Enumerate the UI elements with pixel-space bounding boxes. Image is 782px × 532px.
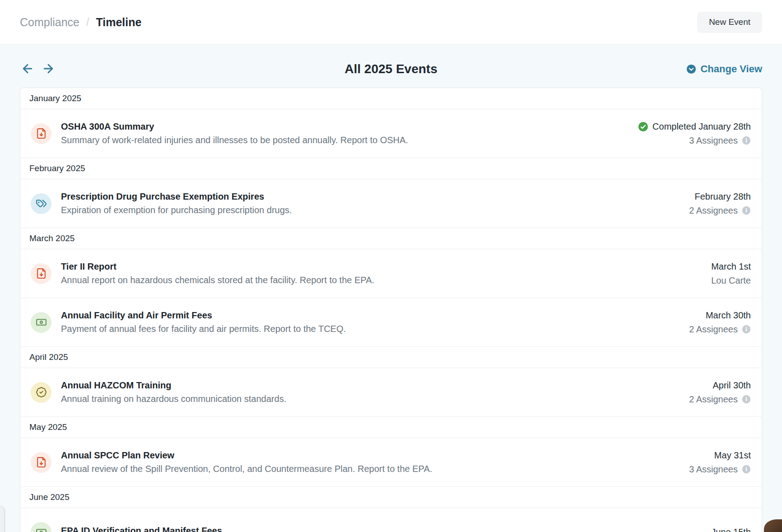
top-bar: Compliance / Timeline New Event [0,0,782,45]
event-date-label: May 31st [714,450,751,461]
change-view-button[interactable]: Change View [686,63,762,75]
month-header-row: February 2025 [20,158,762,179]
timeline-event-row[interactable]: Annual HAZCOM Training Annual training o… [20,368,762,417]
info-icon[interactable] [742,206,751,215]
breadcrumb-parent-link[interactable]: Compliance [20,16,79,29]
event-title: Prescription Drug Purchase Exemption Exp… [61,191,292,202]
event-text: Prescription Drug Purchase Exemption Exp… [61,191,292,215]
event-description: Annual training on hazardous communicati… [61,394,286,404]
event-description: Annual review of the Spill Prevention, C… [61,464,432,474]
prev-year-button[interactable] [20,61,35,77]
content-area: All 2025 Events Change View January 2025… [0,45,782,532]
info-icon[interactable] [742,395,751,404]
event-assignees[interactable]: 3 Assignees [689,135,751,146]
page-title: All 2025 Events [20,62,762,76]
timeline-event-row[interactable]: EPA ID Verification and Manifest Fees Ju… [20,508,762,532]
event-assignees[interactable]: 2 Assignees [689,205,751,216]
event-meta: Completed January 28th 3 Assignees [638,121,751,146]
event-title: Annual SPCC Plan Review [61,450,432,461]
timeline-event-row[interactable]: Annual SPCC Plan Review Annual review of… [20,438,762,487]
breadcrumb: Compliance / Timeline [20,16,141,29]
month-label: June 2025 [29,492,70,502]
assignees-label: 2 Assignees [689,394,738,405]
month-label: February 2025 [29,163,85,173]
chevron-down-circle-icon [686,64,696,74]
event-description: Summary of work-related injuries and ill… [61,135,408,145]
info-icon[interactable] [742,325,751,334]
event-title: OSHA 300A Summary [61,121,408,132]
timeline-event-row[interactable]: Annual Facility and Air Permit Fees Paym… [20,298,762,347]
arrow-left-icon [21,62,34,77]
event-text: Tier II Report Annual report on hazardou… [61,261,374,285]
new-event-button[interactable]: New Event [697,12,762,33]
event-date-label: February 28th [694,191,751,202]
next-year-button[interactable] [41,61,56,77]
event-date: June 15th [711,527,751,532]
completed-check-icon [638,121,648,132]
event-description: Payment of annual fees for facility and … [61,324,346,334]
event-date: May 31st [714,450,751,461]
tags-icon [31,193,51,214]
event-meta: June 15th [711,527,751,532]
badge-check-icon [31,382,51,403]
event-meta: March 1st Lou Carte [711,261,751,286]
month-header-row: April 2025 [20,347,762,368]
month-label: May 2025 [29,422,67,432]
event-assignees[interactable]: 2 Assignees [689,324,751,335]
month-label: January 2025 [29,93,81,103]
assignees-label: 3 Assignees [689,464,738,475]
event-date: March 30th [706,310,751,321]
event-assignees[interactable]: 3 Assignees [689,464,751,475]
month-header-row: June 2025 [20,487,762,508]
edge-widget [0,507,4,532]
banknote-icon [31,312,51,333]
info-icon[interactable] [742,465,751,474]
month-header-row: March 2025 [20,228,762,249]
event-title: Annual Facility and Air Permit Fees [61,310,346,321]
event-meta: March 30th 2 Assignees [689,310,751,335]
event-title: Tier II Report [61,261,374,272]
event-date: February 28th [694,191,751,202]
timeline-event-row[interactable]: Prescription Drug Purchase Exemption Exp… [20,179,762,228]
event-title: Annual HAZCOM Training [61,380,286,391]
breadcrumb-current: Timeline [96,16,141,29]
file-down-icon [31,123,51,144]
info-icon[interactable] [742,136,751,145]
event-meta: April 30th 2 Assignees [689,380,751,405]
assignees-label: 3 Assignees [689,135,738,146]
event-date: March 1st [711,261,751,272]
month-header-row: May 2025 [20,417,762,438]
breadcrumb-separator: / [86,16,89,28]
event-title: EPA ID Verification and Manifest Fees [61,526,222,532]
file-down-icon [31,263,51,284]
event-date-label: March 1st [711,261,751,272]
timeline-event-row[interactable]: Tier II Report Annual report on hazardou… [20,249,762,298]
event-date: April 30th [713,380,751,391]
event-meta: May 31st 3 Assignees [689,450,751,475]
event-text: Annual Facility and Air Permit Fees Paym… [61,310,346,334]
month-header-row: January 2025 [20,88,762,109]
month-label: April 2025 [29,352,68,362]
event-text: EPA ID Verification and Manifest Fees [61,526,222,532]
event-description: Expiration of exemption for purchasing p… [61,205,292,215]
timeline-event-row[interactable]: OSHA 300A Summary Summary of work-relate… [20,109,762,158]
change-view-label: Change View [700,63,762,75]
file-down-icon [31,452,51,473]
event-description: Annual report on hazardous chemicals sto… [61,275,374,285]
event-text: OSHA 300A Summary Summary of work-relate… [61,121,408,145]
arrow-right-icon [42,62,55,77]
event-text: Annual HAZCOM Training Annual training o… [61,380,286,404]
event-date-label: April 30th [713,380,751,391]
event-assignees[interactable]: Lou Carte [711,275,751,286]
assignees-label: Lou Carte [711,275,751,286]
event-date-label: March 30th [706,310,751,321]
event-assignees[interactable]: 2 Assignees [689,394,751,405]
timeline-nav [20,61,56,77]
banknote-icon [31,522,51,532]
event-date: Completed January 28th [638,121,751,132]
event-meta: February 28th 2 Assignees [689,191,751,216]
assignees-label: 2 Assignees [689,324,738,335]
month-label: March 2025 [29,233,74,243]
event-date-label: June 15th [711,527,751,532]
timeline-toolbar: All 2025 Events Change View [20,58,762,80]
